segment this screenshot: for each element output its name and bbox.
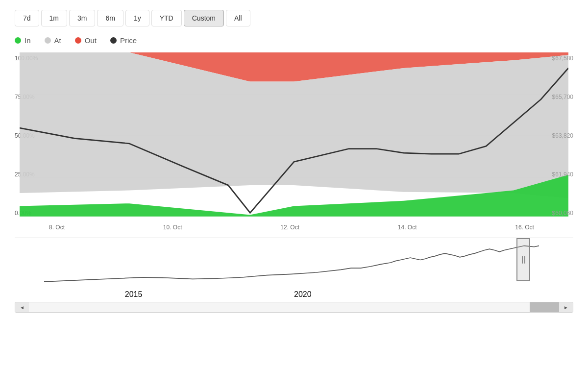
btn-ytd[interactable]: YTD <box>151 10 182 26</box>
scroll-right-btn[interactable]: ► <box>559 302 573 313</box>
x-label-2: 10. Oct <box>163 224 182 231</box>
scrollbar: ◄ ► <box>15 302 573 313</box>
mini-chart-container[interactable] <box>44 238 539 289</box>
legend-label-out: Out <box>85 36 97 45</box>
navigator-handle-lines <box>522 256 525 264</box>
mini-x-label-2015: 2015 <box>125 290 143 299</box>
legend-in: In <box>15 36 31 45</box>
btn-6m[interactable]: 6m <box>97 10 123 26</box>
x-label-3: 12. Oct <box>280 224 299 231</box>
main-chart-svg-container[interactable] <box>20 52 568 219</box>
handle-line-1 <box>522 256 523 264</box>
y-right-label-3: $63,820 <box>539 132 573 139</box>
chart-legend: In At Out Price <box>15 36 573 45</box>
x-label-5: 16. Oct <box>515 224 534 231</box>
legend-label-at: At <box>54 36 61 45</box>
btn-1m[interactable]: 1m <box>41 10 67 26</box>
x-label-1: 8. Oct <box>49 224 65 231</box>
legend-dot-out <box>75 37 81 44</box>
main-chart-svg <box>20 52 568 219</box>
handle-line-2 <box>524 256 525 264</box>
mini-x-axis: 2015 2020 <box>15 289 573 300</box>
y-right-label-4: $61,940 <box>539 171 573 178</box>
btn-3m[interactable]: 3m <box>69 10 95 26</box>
legend-label-in: In <box>24 36 31 45</box>
mini-price-line <box>44 246 539 282</box>
x-axis: 8. Oct 10. Oct 12. Oct 14. Oct 16. Oct <box>15 221 573 234</box>
mini-chart-svg <box>44 238 539 287</box>
legend-out: Out <box>75 36 97 45</box>
y-right-label-2: $65,700 <box>539 94 573 100</box>
mini-x-label-2020: 2020 <box>294 290 312 299</box>
legend-dot-price <box>110 37 117 44</box>
btn-7d[interactable]: 7d <box>15 10 39 26</box>
scroll-thumb[interactable] <box>530 302 559 313</box>
scroll-left-btn[interactable]: ◄ <box>15 302 29 313</box>
legend-at: At <box>45 36 61 45</box>
y-right-label-5: $60,060 <box>539 210 573 217</box>
time-range-selector: 7d 1m 3m 6m 1y YTD Custom All <box>15 10 573 26</box>
y-right-label-1: $67,580 <box>539 55 573 62</box>
btn-1y[interactable]: 1y <box>125 10 149 26</box>
y-axis-right: $67,580 $65,700 $63,820 $61,940 $60,060 <box>539 52 573 219</box>
legend-dot-at <box>45 37 51 44</box>
legend-price: Price <box>110 36 137 45</box>
legend-dot-in <box>15 37 21 44</box>
chart-container: 100.00% 75.00% 50.00% 25.00% 0.00% <box>15 52 573 313</box>
navigator-handle[interactable] <box>516 238 530 281</box>
btn-all[interactable]: All <box>226 10 250 26</box>
btn-custom[interactable]: Custom <box>184 10 224 26</box>
legend-label-price: Price <box>120 36 137 45</box>
x-label-4: 14. Oct <box>398 224 417 231</box>
scroll-track[interactable] <box>29 302 559 313</box>
